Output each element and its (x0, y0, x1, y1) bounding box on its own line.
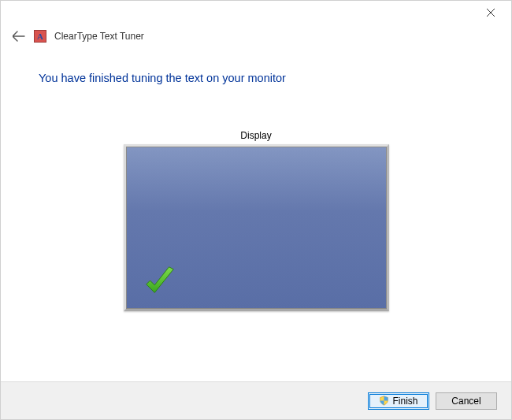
display-area: Display (39, 130, 473, 311)
back-button[interactable] (12, 29, 26, 43)
titlebar (1, 1, 511, 24)
finish-button[interactable]: Finish (368, 392, 429, 410)
cancel-button[interactable]: Cancel (436, 392, 497, 410)
monitor-preview (124, 144, 389, 311)
back-arrow-icon (13, 31, 25, 42)
close-button[interactable] (473, 2, 508, 24)
header-bar: A ClearType Text Tuner (1, 24, 511, 48)
app-icon: A (34, 30, 46, 43)
app-icon-letter: A (37, 32, 43, 41)
checkmark-icon (142, 263, 178, 299)
shield-icon (379, 396, 389, 406)
cancel-button-label: Cancel (451, 396, 480, 407)
footer-bar: Finish Cancel (1, 381, 511, 419)
close-icon (487, 9, 495, 17)
page-heading: You have finished tuning the text on you… (39, 72, 473, 84)
content-area: You have finished tuning the text on you… (1, 48, 511, 311)
app-title: ClearType Text Tuner (54, 31, 144, 42)
display-label: Display (39, 130, 473, 141)
finish-button-label: Finish (392, 396, 417, 407)
